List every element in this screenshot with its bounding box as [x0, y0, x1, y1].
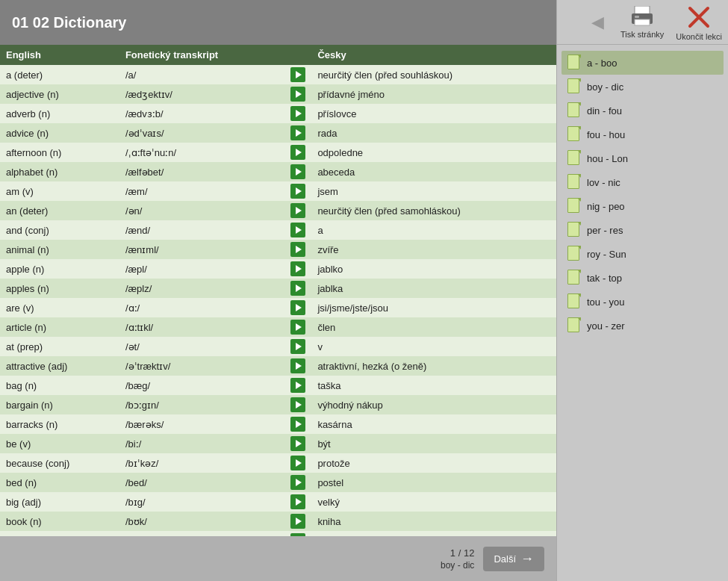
cell-czech: postel [311, 473, 556, 492]
play-button[interactable] [290, 436, 305, 451]
col-phonetic: Fonetický transkript [119, 45, 284, 65]
cell-play[interactable] [284, 356, 311, 376]
play-button[interactable] [290, 358, 305, 373]
cell-play[interactable] [284, 414, 311, 434]
play-button[interactable] [290, 456, 305, 470]
sidebar-item-roy---Sun[interactable]: roy - Sun [561, 242, 724, 266]
cell-play[interactable] [284, 279, 311, 298]
print-label: Tisk stránky [620, 30, 664, 39]
cell-play[interactable] [284, 201, 311, 220]
table-row: afternoon (n) /ˌɑːftəˈnuːn/ odpoledne [0, 143, 556, 162]
cell-play[interactable] [284, 395, 311, 414]
sidebar-toolbar: Tisk stránky Ukončit lekci [557, 0, 728, 45]
cell-czech: odpoledne [311, 143, 556, 162]
sidebar-item-lov---nic[interactable]: lov - nic [561, 170, 724, 194]
table-row: am (v) /æm/ jsem [0, 181, 556, 201]
sidebar-item-boy---dic[interactable]: boy - dic [561, 75, 724, 99]
nav-item-label: you - zer [587, 320, 625, 332]
cell-czech: knihy [311, 531, 556, 536]
play-button[interactable] [290, 494, 305, 509]
play-button[interactable] [290, 145, 305, 160]
cell-play[interactable] [284, 473, 311, 492]
doc-body [567, 293, 579, 308]
cell-phonetic: /bed/ [119, 473, 284, 492]
next-button[interactable]: Další → [483, 547, 544, 571]
cell-czech: taška [311, 376, 556, 395]
col-english: English [0, 45, 119, 65]
play-button[interactable] [290, 223, 305, 237]
play-button[interactable] [290, 397, 305, 412]
cell-english: article (n) [0, 317, 119, 337]
table-row: apple (n) /æpl/ jablko [0, 259, 556, 279]
close-button[interactable]: Ukončit lekci [676, 4, 722, 41]
cell-play[interactable] [284, 317, 311, 337]
cell-play[interactable] [284, 220, 311, 240]
play-button[interactable] [290, 125, 305, 140]
play-button[interactable] [290, 164, 305, 179]
cell-play[interactable] [284, 65, 311, 84]
cell-play[interactable] [284, 181, 311, 201]
sidebar-item-per---res[interactable]: per - res [561, 218, 724, 242]
play-button[interactable] [290, 339, 305, 354]
play-button[interactable] [290, 184, 305, 199]
cell-play[interactable] [284, 259, 311, 279]
cell-czech: kasárna [311, 414, 556, 434]
cell-play[interactable] [284, 240, 311, 259]
cell-play[interactable] [284, 104, 311, 123]
table-row: be (v) /biː/ být [0, 434, 556, 453]
cell-play[interactable] [284, 512, 311, 531]
cell-phonetic: /a/ [119, 65, 284, 84]
play-button[interactable] [290, 203, 305, 218]
sidebar-item-tak---top[interactable]: tak - top [561, 266, 724, 290]
cell-play[interactable] [284, 143, 311, 162]
cell-play[interactable] [284, 162, 311, 181]
play-button[interactable] [290, 67, 305, 82]
cell-play[interactable] [284, 298, 311, 317]
sidebar-item-din---fou[interactable]: din - fou [561, 99, 724, 122]
cell-phonetic: /ˌɑːftəˈnuːn/ [119, 143, 284, 162]
doc-icon [567, 246, 581, 262]
play-button[interactable] [290, 106, 305, 121]
cell-play[interactable] [284, 376, 311, 395]
cell-play[interactable] [284, 337, 311, 356]
back-button[interactable] [588, 12, 609, 33]
play-button[interactable] [290, 242, 305, 257]
sidebar-nav: a - boo boy - dic din - fou fou - hou ho… [557, 45, 728, 581]
play-button[interactable] [290, 378, 305, 393]
sidebar-item-nig---peo[interactable]: nig - peo [561, 194, 724, 218]
play-button[interactable] [290, 281, 305, 296]
cell-phonetic: /ɑː/ [119, 298, 284, 317]
cell-play[interactable] [284, 84, 311, 104]
cell-english: bag (n) [0, 376, 119, 395]
cell-czech: kniha [311, 512, 556, 531]
cell-play[interactable] [284, 492, 311, 512]
play-button[interactable] [290, 261, 305, 276]
play-button[interactable] [290, 320, 305, 335]
cell-play[interactable] [284, 531, 311, 536]
cell-play[interactable] [284, 123, 311, 143]
cell-czech: atraktivní, hezká (o ženě) [311, 356, 556, 376]
play-button[interactable] [290, 87, 305, 102]
cell-play[interactable] [284, 434, 311, 453]
cell-english: at (prep) [0, 337, 119, 356]
doc-icon [567, 270, 581, 286]
play-button[interactable] [290, 417, 305, 432]
print-button[interactable]: Tisk stránky [620, 6, 664, 39]
play-button[interactable] [290, 514, 305, 529]
bottom-bar: 1 / 12 boy - dic Další → [0, 536, 556, 581]
table-row: attractive (adj) /əˈtræktɪv/ atraktivní,… [0, 356, 556, 376]
sidebar-item-hou---Lon[interactable]: hou - Lon [561, 146, 724, 170]
play-button[interactable] [290, 475, 305, 490]
cell-phonetic: /ædʒektɪv/ [119, 84, 284, 104]
cell-phonetic: /bɔːgɪn/ [119, 395, 284, 414]
cell-play[interactable] [284, 453, 311, 473]
sidebar-item-you---zer[interactable]: you - zer [561, 314, 724, 338]
close-icon-wrap [685, 4, 712, 31]
sidebar-item-tou---you[interactable]: tou - you [561, 290, 724, 314]
table-row: because (conj) /bɪˈkəz/ protože [0, 453, 556, 473]
cell-czech: v [311, 337, 556, 356]
play-button[interactable] [290, 300, 305, 315]
sidebar-item-fou---hou[interactable]: fou - hou [561, 122, 724, 146]
sidebar-item-a---boo[interactable]: a - boo [561, 51, 724, 75]
table-row: bed (n) /bed/ postel [0, 473, 556, 492]
